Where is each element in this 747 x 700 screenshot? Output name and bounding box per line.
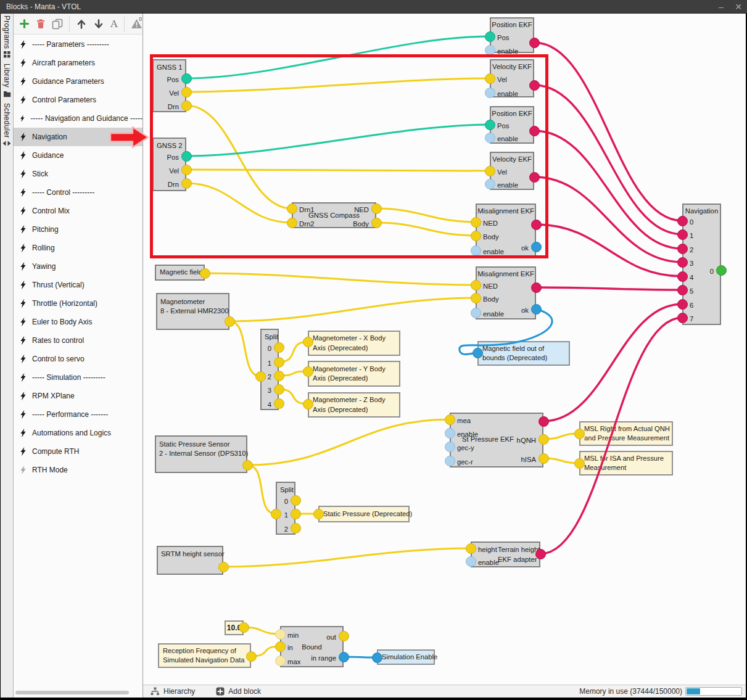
port-velekf1-out[interactable] — [529, 80, 540, 91]
sidebar-item-control-to-servo[interactable]: Control to servo — [14, 350, 142, 368]
port-sps-out[interactable] — [242, 460, 253, 471]
wire-compass-body-to-misekf1-body[interactable] — [376, 223, 476, 236]
port-bound-in[interactable] — [275, 641, 286, 652]
block-magx[interactable]: Magnetometer - X BodyAxis (Deprecated) — [308, 331, 400, 356]
minimize-icon[interactable]: – — [712, 1, 730, 13]
port-magneto-out[interactable] — [225, 316, 235, 327]
port-velekf2-vel[interactable] — [485, 166, 495, 176]
port-posekf1-pos[interactable] — [485, 31, 495, 42]
block-sps[interactable]: Static Pressure Sensor2 - Internal Senso… — [155, 435, 247, 473]
block-magfield[interactable]: Magnetic field — [155, 265, 205, 281]
wire-sps-to-stpekf-mea[interactable] — [247, 419, 450, 465]
block-posekf2[interactable]: Position EKFPosenable — [490, 106, 534, 144]
port-msl2-in[interactable] — [574, 458, 585, 469]
wire-magfield-to-misekf2-ned[interactable] — [205, 273, 476, 285]
sidebar-item-simulation[interactable]: ----- Simulation --------- — [14, 368, 142, 387]
port-stpekf-gec-y[interactable] — [445, 442, 455, 452]
port-oob-in[interactable] — [473, 348, 483, 358]
block-compass[interactable]: GNSS CompassDrn1Drn2NEDBody — [292, 202, 376, 228]
port-magx-in[interactable] — [303, 337, 313, 347]
wire-sps-to-split2-in[interactable] — [247, 465, 276, 514]
wire-srtm-to-terrain-height[interactable] — [223, 548, 471, 567]
block-split1[interactable]: Split01234 — [260, 329, 279, 410]
port-simen-in[interactable] — [372, 653, 382, 663]
port-bound-max[interactable] — [275, 656, 286, 666]
port-stpekf-hqnh[interactable] — [539, 434, 549, 445]
port-split1-2[interactable] — [274, 371, 284, 381]
port-gnss2-vel[interactable] — [181, 165, 192, 175]
delete-item-button[interactable] — [36, 17, 46, 31]
wire-gnss2-pos-to-posekf2-pos[interactable] — [186, 125, 490, 156]
port-velekf1-vel[interactable] — [485, 73, 495, 84]
port-compass-body[interactable] — [371, 218, 382, 228]
port-terrain-out[interactable] — [535, 549, 546, 559]
port-posekf2-out[interactable] — [529, 126, 540, 136]
port-velekf1-enable[interactable] — [485, 88, 495, 98]
port-stpekf-out[interactable] — [539, 416, 549, 427]
port-split2-1[interactable] — [291, 509, 301, 519]
sidebar-item-control-mix[interactable]: Control Mix — [14, 202, 142, 220]
warnings-button[interactable]: 0 — [131, 17, 142, 31]
block-simen[interactable]: Simulation Enable — [377, 649, 435, 665]
port-misekf1-ned[interactable] — [471, 217, 481, 228]
move-down-button[interactable] — [93, 17, 104, 31]
block-magy[interactable]: Magnetometer - Y BodyAxis (Deprecated) — [308, 361, 400, 387]
block-recfreq[interactable]: Reception Frequency ofSimulated Navigati… — [158, 643, 251, 668]
port-split1-3[interactable] — [274, 384, 284, 395]
wire-gnss1-vel-to-velekf1-vel[interactable] — [186, 78, 490, 92]
port-stpekf-enable[interactable] — [445, 428, 455, 439]
wire-gnss2-drn-to-compass-drn2[interactable] — [186, 183, 292, 223]
port-magfield-out[interactable] — [200, 268, 210, 279]
port-split2-in[interactable] — [271, 509, 281, 519]
block-terrain[interactable]: Terrain heightEKF adapterheightenable — [471, 541, 540, 567]
block-nav[interactable]: Navigation012345670 — [682, 204, 721, 325]
port-c10-out[interactable] — [239, 622, 249, 633]
wire-velekf1-to-nav-1[interactable] — [534, 85, 682, 234]
port-misekf1-enable[interactable] — [471, 245, 481, 256]
port-posekf2-pos[interactable] — [485, 120, 495, 130]
tab-scheduler[interactable]: Scheduler — [2, 103, 11, 146]
wire-gnss2-vel-to-velekf2-vel[interactable] — [186, 170, 490, 171]
sidebar-item-yawing[interactable]: Yawing — [14, 257, 142, 276]
sidebar-item-stick[interactable]: Stick — [14, 165, 142, 183]
port-compass-drn1[interactable] — [287, 204, 297, 214]
port-split1-0[interactable] — [274, 342, 284, 353]
sidebar-item-rpm-xplane[interactable]: RPM XPlane — [14, 387, 142, 405]
port-velekf2-out[interactable] — [529, 172, 540, 183]
sidebar-item-throttle-horizontal[interactable]: Throttle (Horizontal) — [14, 294, 142, 313]
sidebar-item-navigation-and-guidance[interactable]: ----- Navigation and Guidance ----- — [14, 109, 142, 128]
block-posekf1[interactable]: Position EKFPosenable — [490, 17, 534, 53]
block-magz[interactable]: Magnetometer - Z BodyAxis (Deprecated) — [308, 392, 400, 418]
sidebar-item-thrust-vertical[interactable]: Thrust (Vertical) — [14, 276, 142, 294]
sidebar-item-parameters[interactable]: ----- Parameters --------- — [14, 35, 142, 54]
port-misekf2-out[interactable] — [531, 282, 542, 293]
port-nav-7[interactable] — [677, 313, 688, 323]
sidebar-item-pitching[interactable]: Pitching — [14, 220, 142, 239]
wire-gnss1-pos-to-posekf1-pos[interactable] — [186, 36, 490, 78]
sidebar-item-rth-mode[interactable]: RTH Mode — [14, 461, 142, 479]
add-item-button[interactable] — [19, 17, 30, 31]
port-bound-out[interactable] — [339, 631, 349, 641]
sidebar-item-guidance-parameters[interactable]: Guidance Parameters — [14, 72, 142, 91]
rename-button[interactable]: A — [110, 17, 118, 31]
port-nav-0[interactable] — [677, 216, 688, 226]
duplicate-button[interactable] — [52, 17, 63, 31]
sidebar-item-control-parameters[interactable]: Control Parameters — [14, 91, 142, 109]
port-magy-in[interactable] — [303, 366, 313, 377]
port-nav-4[interactable] — [677, 271, 688, 282]
wire-velekf2-to-nav-3[interactable] — [534, 177, 682, 262]
port-nav-6[interactable] — [677, 299, 688, 310]
port-split1-1[interactable] — [274, 357, 284, 368]
port-misekf2-ok[interactable] — [531, 304, 542, 315]
close-icon[interactable]: ✕ — [730, 1, 747, 13]
sidebar-item-rates-to-control[interactable]: Rates to control — [14, 331, 142, 350]
sidebar-item-rolling[interactable]: Rolling — [14, 239, 142, 257]
tab-library[interactable]: Library — [2, 64, 11, 97]
block-magneto[interactable]: Magnetometer8 - External HMR2300 — [156, 293, 229, 330]
port-split2-0[interactable] — [291, 495, 301, 506]
wire-gnss1-drn-to-compass-drn1[interactable] — [186, 105, 292, 208]
sidebar-item-guidance[interactable]: Guidance — [14, 146, 142, 165]
sidebar-item-compute-rth[interactable]: Compute RTH — [14, 442, 142, 461]
sidebar-item-aircraft-parameters[interactable]: Aircraft parameters — [14, 54, 142, 72]
add-block-button[interactable]: Add block — [216, 687, 261, 696]
